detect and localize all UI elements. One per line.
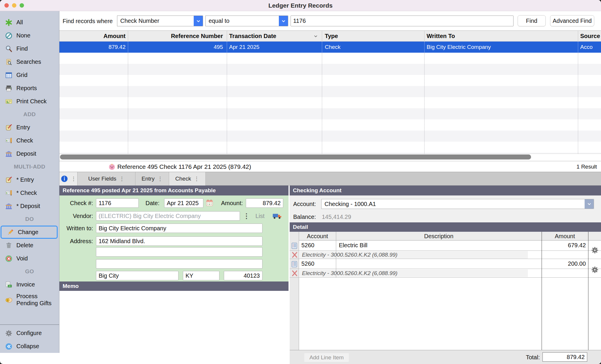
sidebar-item-none[interactable]: None (0, 29, 59, 42)
tab-options-icon[interactable]: ⋮ (119, 176, 125, 182)
sidebar-item-reports[interactable]: Reports (0, 82, 59, 95)
svg-text:$: $ (6, 100, 8, 103)
amount-input[interactable] (246, 198, 283, 208)
chevron-down-icon[interactable] (194, 16, 203, 26)
sidebar-item-configure[interactable]: Configure (0, 327, 59, 340)
zip-input[interactable] (224, 271, 262, 280)
magnifier-icon (5, 45, 13, 53)
hand-coin-icon: $ (5, 296, 13, 304)
vendor-options-icon[interactable]: ⋮ (243, 211, 250, 221)
sidebar-item-deposit[interactable]: Deposit (0, 147, 59, 160)
address-line1-input[interactable] (96, 236, 262, 246)
address-line2-input[interactable] (96, 247, 262, 257)
checking-account-header: Checking Account (290, 186, 601, 195)
detail-amount-cell[interactable]: 679.42 (542, 241, 586, 250)
sidebar-item-multi-entry[interactable]: * Entry (0, 173, 59, 186)
remove-line-icon[interactable] (291, 251, 298, 260)
tab-options-icon[interactable]: ⋮ (71, 176, 76, 182)
column-header-source[interactable]: Source (580, 31, 600, 42)
address-line3-input[interactable] (96, 259, 262, 269)
truck-icon[interactable] (272, 212, 282, 221)
tab-options-icon[interactable]: ⋮ (194, 176, 199, 182)
check-number-input[interactable] (96, 198, 139, 208)
find-button[interactable]: Find (518, 15, 546, 26)
memo-header: Memo (59, 281, 289, 291)
bank-icon (5, 150, 13, 158)
total-value: 879.42 (542, 352, 587, 362)
advanced-find-button[interactable]: Advanced Find (550, 15, 594, 26)
state-input[interactable] (183, 271, 219, 280)
column-header-amount[interactable]: Amount (62, 31, 126, 42)
sidebar-item-void[interactable]: Void (0, 252, 59, 265)
sidebar-item-find[interactable]: Find (0, 42, 59, 55)
tab-options-icon[interactable]: ⋮ (157, 176, 163, 182)
calendar-icon[interactable] (205, 199, 214, 208)
written-to-input[interactable] (96, 224, 262, 233)
sidebar-item-collapse[interactable]: Collapse (0, 340, 59, 353)
column-divider (227, 30, 227, 42)
detail-allocation: Electricity - 3000.5260.K.K2 (6,088.99) (302, 251, 397, 259)
chevron-down-icon[interactable] (279, 16, 288, 26)
detail-description-cell[interactable]: Electric Bill (339, 241, 368, 250)
column-divider (578, 30, 578, 42)
detail-amount-cell[interactable]: 200.00 (542, 259, 586, 269)
tab-entry[interactable]: Entry ⋮ (135, 172, 169, 186)
date-input[interactable] (164, 198, 203, 208)
chevron-down-icon[interactable] (585, 199, 594, 209)
sort-chevron-icon[interactable] (313, 31, 318, 42)
cell-type: Check (325, 42, 341, 53)
city-input[interactable] (96, 271, 178, 280)
column-header-written-to[interactable]: Written To (427, 31, 455, 42)
tab-check[interactable]: Check ⋮ (169, 172, 206, 186)
info-icon (61, 175, 68, 183)
account-select[interactable]: Checking - 1000.A1 (321, 199, 594, 209)
add-line-item-button[interactable]: Add Line Item (304, 353, 349, 362)
results-table-body[interactable] (59, 53, 601, 154)
sidebar-item-invoice[interactable]: Invoice (0, 278, 59, 291)
sidebar-item-check[interactable]: $ Check (0, 134, 59, 147)
column-divider (128, 53, 128, 154)
line-options-gear-icon[interactable] (591, 246, 599, 255)
detail-column-divider (336, 232, 336, 277)
svg-text:$: $ (6, 139, 7, 142)
gear-icon (5, 329, 13, 337)
sidebar-item-multi-check[interactable]: $ * Check (0, 186, 59, 200)
column-divider (227, 53, 227, 154)
detail-account-cell[interactable]: 5260 (301, 259, 315, 269)
column-header-transaction-date[interactable]: Transaction Date (229, 31, 276, 42)
record-title: Reference 495 Check 1176 Apr 21 2025 (87… (117, 161, 251, 172)
detail-column-divider (542, 232, 542, 364)
check-pencil-icon: $ (5, 189, 13, 197)
sidebar-item-grid[interactable]: Grid (0, 68, 59, 82)
tab-info[interactable]: ⋮ (59, 172, 78, 186)
sidebar-item-process-pending-gifts[interactable]: $ Process Pending Gifts (0, 291, 59, 308)
vendor-list-button[interactable]: List (255, 211, 265, 221)
sidebar-item-change[interactable]: Change (1, 226, 58, 239)
memo-field[interactable] (59, 291, 289, 364)
column-header-reference-number[interactable]: Reference Number (130, 31, 223, 42)
find-field-select[interactable]: Check Number (117, 16, 203, 26)
trash-icon (5, 241, 13, 250)
find-value-input[interactable] (291, 16, 514, 26)
line-options-gear-icon[interactable] (591, 266, 599, 275)
column-divider (424, 42, 425, 53)
check-panel: Check #: Date: Amount: Vendor: ⋮ List Wr… (59, 195, 289, 281)
tab-user-fields[interactable]: User Fields ⋮ (78, 172, 135, 186)
sidebar-item-searches[interactable]: Searches (0, 55, 59, 68)
selected-ledger-row[interactable]: 879.42 495 Apr 21 2025 Check Big City El… (59, 42, 601, 53)
ledger-book-icon[interactable] (291, 242, 298, 251)
remove-line-icon[interactable] (291, 270, 298, 278)
balance-label: Balance: (293, 212, 316, 222)
sidebar-item-multi-deposit[interactable]: * Deposit (0, 200, 59, 213)
column-header-type[interactable]: Type (325, 31, 338, 42)
sidebar-item-entry[interactable]: Entry (0, 121, 59, 134)
account-label: Account: (293, 199, 316, 209)
sidebar-item-delete[interactable]: Delete (0, 239, 59, 252)
sidebar-item-print-check[interactable]: $ Print Check (0, 95, 59, 108)
horizontal-scrollbar[interactable] (60, 154, 531, 159)
detail-account-cell[interactable]: 5260 (301, 241, 315, 250)
sidebar-item-all[interactable]: All (0, 16, 59, 29)
vendor-input[interactable] (96, 211, 240, 221)
find-operator-select[interactable]: equal to (205, 16, 288, 26)
ledger-book-icon[interactable] (291, 260, 298, 269)
